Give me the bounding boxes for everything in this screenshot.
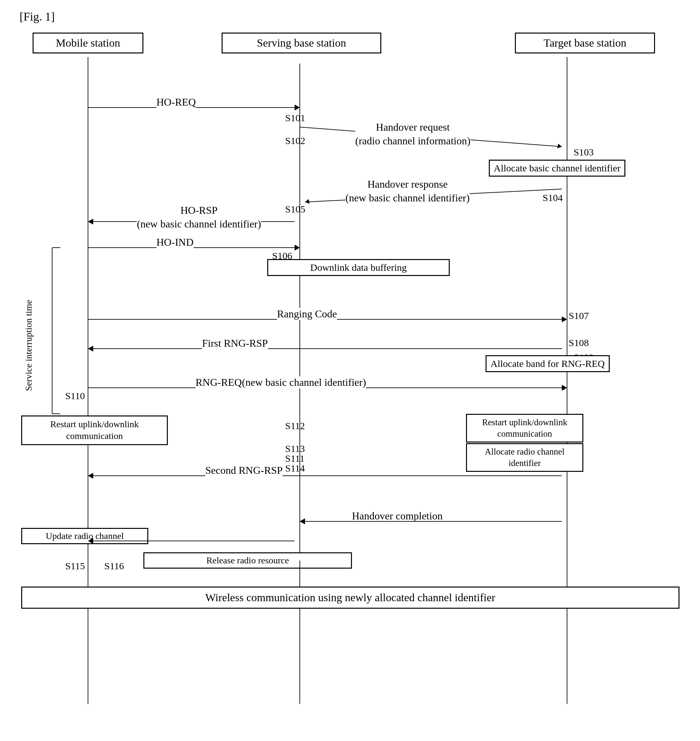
update-radio-box: Update radio channel: [21, 528, 148, 544]
step-s111: S111: [285, 453, 304, 464]
svg-marker-12: [295, 245, 300, 251]
handover-response-label: Handover response(new basic channel iden…: [346, 178, 470, 204]
svg-marker-4: [295, 104, 300, 110]
restart-mobile-box: Restart uplink/downlink communication: [21, 416, 168, 445]
entity-mobile: Mobile station: [32, 32, 143, 53]
fig-label: [Fig. 1]: [19, 10, 55, 24]
step-s101: S101: [285, 112, 305, 124]
entity-serving: Serving base station: [222, 32, 381, 53]
first-rng-rsp-label: First RNG-RSP: [202, 337, 268, 349]
step-s108: S108: [569, 337, 589, 348]
rng-req-label: RNG-REQ(new basic channel identifier): [196, 376, 366, 388]
ranging-code-label: Ranging Code: [277, 308, 337, 320]
svg-marker-14: [562, 316, 567, 322]
step-s110: S110: [65, 390, 85, 401]
handover-request-label: Handover request(radio channel informati…: [355, 121, 471, 148]
second-rng-rsp-label: Second RNG-RSP: [205, 465, 282, 476]
svg-marker-27: [300, 519, 305, 524]
service-interruption-label: Service interruption time: [23, 277, 35, 414]
svg-marker-8: [305, 199, 310, 204]
entity-target: Target base station: [515, 32, 655, 53]
downlink-buffering-box: Downlink data buffering: [267, 259, 450, 276]
step-s112: S112: [285, 420, 305, 431]
restart-target-box: Restart uplink/downlink communication: [466, 414, 583, 443]
allocate-band-box: Allocate band for RNG-REQ: [485, 355, 610, 372]
diagram-container: [Fig. 1]: [0, 0, 700, 741]
step-s113: S113: [285, 443, 305, 454]
step-s115: S115: [65, 560, 85, 572]
step-s105: S105: [285, 204, 305, 215]
wireless-comm-box: Wireless communication using newly alloc…: [21, 587, 679, 609]
release-radio-box: Release radio resource: [143, 552, 352, 569]
ho-req-label: HO-REQ: [156, 96, 196, 108]
svg-marker-16: [88, 346, 93, 351]
svg-marker-10: [88, 219, 93, 225]
allocate-basic-box: Allocate basic channel identifier: [489, 160, 625, 176]
step-s102: S102: [285, 135, 305, 146]
step-s116: S116: [104, 560, 124, 572]
step-s103: S103: [574, 147, 594, 158]
svg-marker-18: [562, 385, 567, 391]
step-s114: S114: [285, 463, 305, 474]
step-s104: S104: [543, 192, 563, 203]
svg-marker-6: [557, 144, 562, 148]
ho-ind-label: HO-IND: [156, 236, 194, 248]
svg-marker-22: [300, 519, 305, 524]
ho-rsp-label: HO-RSP(new basic channel identifier): [137, 204, 261, 231]
svg-marker-20: [88, 473, 93, 479]
handover-completion-label: Handover completion: [352, 510, 443, 522]
allocate-radio-box: Allocate radio channel identifier: [466, 443, 583, 472]
step-s107: S107: [569, 310, 589, 321]
